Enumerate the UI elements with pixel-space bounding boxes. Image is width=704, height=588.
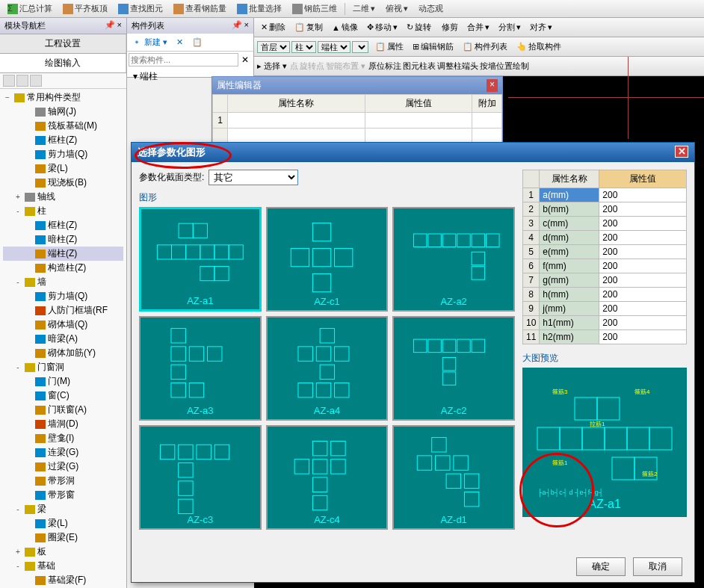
- attr-btn[interactable]: 📋属性: [371, 40, 407, 54]
- rotpoint-btn[interactable]: 旋转点: [300, 61, 324, 72]
- component-select[interactable]: [352, 41, 368, 53]
- prop-row[interactable]: 2b(mm)200: [523, 202, 687, 217]
- comp-list-btn[interactable]: 📋构件列表: [459, 40, 511, 54]
- toolbar-batch-btn[interactable]: 批量选择: [232, 1, 286, 16]
- new-button[interactable]: 🔹 新建 ▾: [129, 35, 170, 49]
- tree-node[interactable]: 剪力墙(Q): [3, 147, 123, 161]
- pick-btn[interactable]: 👆拾取构件: [513, 40, 565, 54]
- coltable-btn[interactable]: 图元柱表: [403, 61, 436, 72]
- prop-row[interactable]: 1a(mm)200: [523, 188, 687, 202]
- shape-thumb[interactable]: AZ-c2: [392, 316, 515, 421]
- tree-node[interactable]: 门(M): [3, 374, 123, 389]
- search-clear-icon[interactable]: ✕: [238, 53, 252, 66]
- subcategory-select[interactable]: 端柱: [318, 41, 351, 53]
- rotate-btn[interactable]: ↻旋转: [403, 20, 435, 34]
- shape-thumb[interactable]: AZ-a4: [266, 316, 389, 421]
- tree-node[interactable]: -墙: [3, 275, 123, 289]
- adjust-btn[interactable]: 调整柱端头: [437, 61, 478, 72]
- tree-root[interactable]: −常用构件类型: [3, 90, 123, 105]
- table-row[interactable]: 1: [213, 113, 502, 129]
- shape-thumb[interactable]: AZ-c4: [266, 425, 389, 530]
- tree-node[interactable]: 带形洞: [3, 474, 123, 488]
- tree-node[interactable]: 构造柱(Z): [3, 261, 123, 275]
- property-editor-title[interactable]: 属性编辑器 ×: [212, 77, 502, 94]
- tree-node[interactable]: 现浇板(B): [3, 176, 123, 190]
- tree-node[interactable]: 暗梁(A): [3, 332, 123, 346]
- close-icon[interactable]: ×: [487, 79, 498, 92]
- edit-rebar-btn[interactable]: ⊞编辑钢筋: [409, 40, 457, 54]
- tree-node[interactable]: 砌体加筋(Y): [3, 346, 123, 360]
- move-btn[interactable]: ✥移动 ▾: [363, 20, 401, 34]
- toolbar-rebar-btn[interactable]: 查看钢筋量: [169, 1, 231, 16]
- tree-node[interactable]: 端柱(Z): [3, 247, 123, 261]
- shape-thumb[interactable]: AZ-c1: [266, 207, 389, 312]
- trim-btn[interactable]: 修剪: [438, 20, 462, 34]
- nav-panel-pin-icon[interactable]: 📌 ×: [105, 20, 122, 31]
- tree-node[interactable]: 梁(L): [3, 161, 123, 176]
- split-btn[interactable]: 分割 ▾: [495, 20, 525, 34]
- tree-node[interactable]: 轴网(J): [3, 105, 123, 119]
- mini-btn-3[interactable]: [30, 75, 42, 87]
- tree-node[interactable]: 人防门框墙(RF: [3, 303, 123, 318]
- tree-node[interactable]: 窗(C): [3, 389, 123, 403]
- tree-node[interactable]: 过梁(G): [3, 459, 123, 474]
- tab-draw-input[interactable]: 绘图输入: [0, 54, 126, 72]
- toolbar-find-btn[interactable]: 查找图元: [114, 1, 167, 16]
- toolbar-2d-btn[interactable]: 二维 ▾: [348, 1, 380, 16]
- prop-row[interactable]: 9j(mm)200: [523, 302, 687, 316]
- toolbar-dyn-btn[interactable]: 动态观: [414, 1, 448, 16]
- tree-node[interactable]: -基础: [3, 559, 123, 573]
- shape-thumb[interactable]: AZ-d1: [392, 425, 515, 530]
- tree-node[interactable]: 筏板基础(M): [3, 119, 123, 133]
- prop-row[interactable]: 6f(mm)200: [523, 259, 687, 273]
- tab-project-settings[interactable]: 工程设置: [0, 34, 126, 53]
- copy-button[interactable]: 📋: [189, 36, 206, 49]
- dialog-close-icon[interactable]: ✕: [675, 146, 688, 158]
- toolbar-level-btn[interactable]: 平齐板顶: [58, 1, 112, 16]
- shape-thumb[interactable]: AZ-c3: [139, 425, 262, 530]
- align-btn[interactable]: 对齐 ▾: [526, 20, 556, 34]
- prop-row[interactable]: 7g(mm)200: [523, 273, 687, 288]
- tree-node[interactable]: -梁: [3, 502, 123, 516]
- tree-node[interactable]: 圈梁(E): [3, 530, 123, 545]
- annot-btn[interactable]: 原位标注: [368, 61, 401, 72]
- tree-node[interactable]: 剪力墙(Q): [3, 289, 123, 303]
- type-select[interactable]: 其它: [209, 170, 298, 185]
- toolbar-3d-btn[interactable]: 钢筋三维: [288, 1, 342, 16]
- select-btn[interactable]: ▸ 选择 ▾: [257, 61, 287, 72]
- tree-node[interactable]: 带形窗: [3, 488, 123, 502]
- list-panel-pin-icon[interactable]: 📌 ×: [232, 20, 249, 31]
- tree-node[interactable]: 砌体墙(Q): [3, 318, 123, 332]
- floor-select[interactable]: 首层: [257, 41, 290, 53]
- mirror-btn[interactable]: ▲镜像: [328, 20, 362, 34]
- shape-thumb[interactable]: AZ-a2: [392, 207, 515, 312]
- delete-btn[interactable]: ✕删除: [257, 20, 289, 34]
- merge-btn[interactable]: 合并 ▾: [463, 20, 493, 34]
- tree-node[interactable]: 基础梁(F): [3, 573, 123, 587]
- tree-node[interactable]: 框柱(Z): [3, 133, 123, 147]
- copy-btn[interactable]: 📋复制: [291, 20, 327, 34]
- tree-node[interactable]: 门联窗(A): [3, 403, 123, 417]
- tree-node[interactable]: 连梁(G): [3, 445, 123, 459]
- tree-node[interactable]: 壁龛(I): [3, 431, 123, 445]
- prop-row[interactable]: 10h1(mm)200: [523, 316, 687, 330]
- category-select[interactable]: 柱: [291, 41, 316, 53]
- tree-node[interactable]: +板: [3, 545, 123, 559]
- tree-node[interactable]: +轴线: [3, 190, 123, 204]
- smart-btn[interactable]: 智能布置 ▾: [326, 61, 365, 72]
- wallpos-btn[interactable]: 按墙位置绘制: [480, 61, 529, 72]
- point-btn[interactable]: 点: [290, 61, 298, 72]
- mini-btn-1[interactable]: [3, 75, 15, 87]
- prop-row[interactable]: 3c(mm)200: [523, 217, 687, 231]
- tree-node[interactable]: 梁(L): [3, 516, 123, 530]
- search-input[interactable]: [129, 53, 238, 66]
- cancel-button[interactable]: 取消: [633, 557, 682, 576]
- tree-node[interactable]: 墙洞(D): [3, 417, 123, 431]
- prop-row[interactable]: 5e(mm)200: [523, 245, 687, 259]
- prop-row[interactable]: 4d(mm)200: [523, 231, 687, 245]
- tree-node[interactable]: 框柱(Z): [3, 218, 123, 232]
- prop-row[interactable]: 11h2(mm)200: [523, 330, 687, 344]
- prop-row[interactable]: 8h(mm)200: [523, 288, 687, 302]
- shape-thumb[interactable]: AZ-a1: [139, 207, 262, 312]
- toolbar-top-btn[interactable]: 俯视 ▾: [381, 1, 413, 16]
